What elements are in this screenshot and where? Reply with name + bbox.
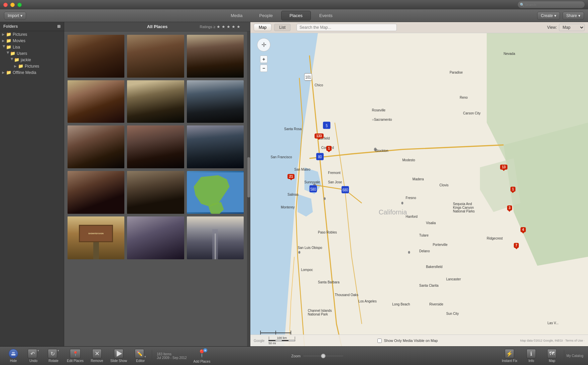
city-sequoia: Sequoia AndKings CanyonNational Parks — [453, 202, 475, 213]
map-pin-4[interactable]: 4 — [520, 227, 526, 232]
zoom-slider[interactable] — [303, 355, 343, 357]
maximize-button[interactable] — [17, 3, 22, 7]
info-button[interactable]: ℹ Info — [521, 348, 541, 364]
share-button[interactable]: Share ▾ — [563, 12, 584, 20]
city-pasorobles: Paso Robles — [318, 231, 337, 234]
city-riverside: Riverside — [429, 302, 443, 306]
photo-thumb[interactable] — [187, 125, 244, 168]
rotate-button[interactable]: ↻ ▾ Rotate — [43, 348, 64, 364]
city-santaclarita: Santa Clarita — [419, 284, 439, 287]
photo-thumb[interactable] — [127, 125, 184, 168]
city-salinas: Salinas — [287, 193, 299, 196]
sidebar-item-users[interactable]: ▶ 📁 Users — [0, 50, 64, 57]
sidebar-item-jackie[interactable]: ▶ 📁 jackie — [0, 57, 64, 63]
map-search-input[interactable] — [297, 24, 397, 31]
sidebar-item-pictures-sub[interactable]: ▶ 📁 Pictures — [0, 63, 64, 69]
arrow-icon: ▶ — [2, 45, 6, 49]
info-icon: ℹ — [526, 349, 536, 358]
sidebar-item-pictures[interactable]: ▶ 📁 Pictures — [0, 31, 64, 37]
zoom-slider-thumb[interactable] — [321, 354, 326, 358]
photo-thumb-road[interactable] — [187, 216, 244, 259]
zoom-out-button[interactable]: − — [260, 65, 267, 72]
instant-fix-button[interactable]: ⚡ Instant Fix — [498, 348, 520, 364]
star-4[interactable]: ★ — [232, 24, 235, 29]
sidebar-item-lisa[interactable]: ▶ 📁 Lisa — [0, 44, 64, 50]
city-paradise: Paradise — [450, 71, 463, 74]
map-pin-1b[interactable]: 1 — [510, 187, 516, 192]
map-tab-list[interactable]: List — [274, 24, 290, 31]
tab-events[interactable]: Events — [311, 11, 341, 20]
scroll-thumb[interactable] — [247, 157, 250, 197]
arrow-icon: ▶ — [10, 58, 14, 62]
title-search-input[interactable] — [518, 1, 585, 8]
tab-media[interactable]: Media — [222, 11, 251, 20]
map-attribution: Map data ©2012 Google, INEGI · Terms of … — [520, 339, 585, 342]
plus-badge: + — [203, 348, 207, 352]
sidebar-item-offline-media[interactable]: ▶ 📁 Offline Media — [0, 69, 64, 76]
city-modesto: Modesto — [402, 158, 415, 162]
chevron-down-icon: ▾ — [554, 13, 556, 18]
slideshow-button[interactable]: Slide Show — [107, 348, 130, 364]
scroll-handle[interactable] — [247, 31, 250, 346]
map-area: Map List View: Map Satellite Hybrid — [250, 22, 588, 346]
arrow-icon: ▶ — [6, 52, 10, 56]
add-places-button[interactable]: 📍 + Add Places — [190, 347, 214, 365]
city-suncity: Sun City — [446, 312, 459, 315]
editor-button[interactable]: ✏️ ▾ Editor — [130, 348, 150, 364]
map-pin-3[interactable]: 3 — [507, 205, 512, 210]
sidebar-grid-icon[interactable]: ⊞ — [57, 24, 61, 29]
toolbar-divider — [152, 350, 152, 362]
star-1[interactable]: ★ — [217, 24, 220, 29]
minimize-button[interactable] — [10, 3, 15, 7]
star-5[interactable]: ★ — [237, 24, 240, 29]
import-button[interactable]: Import ▾ — [4, 12, 26, 20]
main-toolbar: Import ▾ Media People Places Events Crea… — [0, 9, 588, 22]
star-2[interactable]: ★ — [222, 24, 225, 29]
city-porterville: Porterville — [433, 243, 447, 247]
sidebar-title: Folders — [3, 24, 18, 29]
map-pin-13[interactable]: 13 — [500, 165, 507, 170]
tab-people[interactable]: People — [251, 11, 281, 20]
city-carson: Carson City — [463, 111, 480, 115]
photo-thumb[interactable] — [127, 216, 184, 259]
photo-thumb-special[interactable]: Earth's Lowest — [187, 171, 244, 214]
photo-thumb[interactable] — [127, 80, 184, 123]
show-media-label: Show Only Media Visible on Map — [384, 339, 438, 343]
city-chico: Chico — [315, 83, 323, 87]
star-3[interactable]: ★ — [227, 24, 230, 29]
undo-button[interactable]: ↶ ▾ Undo — [23, 348, 43, 364]
zoom-in-button[interactable]: + — [260, 56, 267, 63]
photo-thumb-sign[interactable]: BADWATER BASIN — [68, 216, 124, 259]
edit-places-button[interactable]: 📍 Edit Places — [64, 348, 87, 364]
map-pin-133[interactable]: 133 — [315, 133, 324, 139]
remove-button[interactable]: ✕ Remove — [87, 348, 107, 364]
map-pin-1a[interactable]: 1 — [326, 146, 332, 151]
city-longbeach: Long Beach — [392, 302, 410, 306]
photo-thumb[interactable] — [68, 80, 124, 123]
tab-places[interactable]: Places — [281, 11, 311, 20]
photo-thumb[interactable] — [187, 80, 244, 123]
photo-thumb[interactable] — [68, 35, 124, 78]
create-button[interactable]: Create ▾ — [537, 12, 560, 20]
photo-thumb[interactable] — [68, 171, 124, 214]
all-places-label: All Places — [147, 24, 167, 29]
hide-button[interactable]: Hide — [3, 348, 23, 364]
photo-thumb[interactable] — [187, 35, 244, 78]
show-media-checkbox[interactable] — [377, 339, 382, 343]
city-reno: Reno — [460, 96, 468, 99]
photo-thumb[interactable] — [68, 125, 124, 168]
map-scale: | 100 km | 50 mi — [268, 336, 295, 345]
map-nav-control[interactable]: ✛ — [257, 38, 270, 52]
chevron-down-icon: ▾ — [578, 13, 580, 18]
map-pin-21[interactable]: 21 — [287, 174, 295, 179]
map-button[interactable]: 🗺 Map — [542, 348, 562, 364]
map-tab-map[interactable]: Map — [254, 24, 271, 31]
sidebar-item-movies[interactable]: ▶ 📁 Movies — [0, 37, 64, 44]
map-pin-7[interactable]: 7 — [514, 243, 519, 248]
special-map — [187, 171, 244, 214]
close-button[interactable] — [3, 3, 8, 7]
photo-thumb[interactable] — [127, 35, 184, 78]
photo-thumb[interactable] — [127, 171, 184, 214]
photo-grid: Earth's Lowest — [64, 31, 247, 346]
map-view-dropdown[interactable]: Map Satellite Hybrid — [559, 24, 585, 31]
